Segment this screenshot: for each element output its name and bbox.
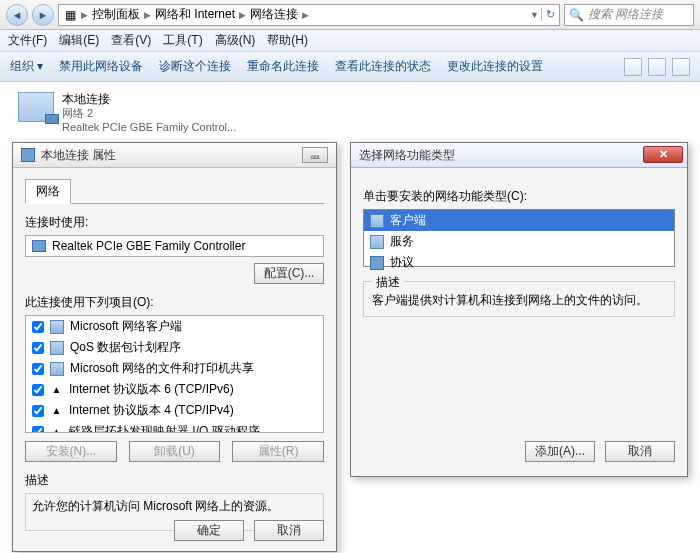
disable-device-button[interactable]: 禁用此网络设备 <box>59 58 143 75</box>
client-icon <box>370 214 384 228</box>
option-label: 服务 <box>390 233 414 250</box>
dialog-titlebar[interactable]: 本地连接 属性 ⅏ <box>13 143 336 168</box>
cancel-button[interactable]: 取消 <box>254 520 324 541</box>
connection-item[interactable]: 本地连接 网络 2 Realtek PCIe GBE Family Contro… <box>18 92 288 134</box>
item-checkbox[interactable] <box>32 384 44 396</box>
forward-button[interactable]: ► <box>32 4 54 26</box>
item-checkbox[interactable] <box>32 363 44 375</box>
select-type-label: 单击要安装的网络功能类型(C): <box>363 188 675 205</box>
protocol-icon: ▲ <box>50 425 63 433</box>
type-list[interactable]: 客户端 服务 协议 <box>363 209 675 267</box>
item-label: Microsoft 网络客户端 <box>70 318 182 335</box>
configure-button[interactable]: 配置(C)... <box>254 263 324 284</box>
menu-help[interactable]: 帮助(H) <box>267 32 308 49</box>
option-label: 协议 <box>390 254 414 271</box>
item-checkbox[interactable] <box>32 342 44 354</box>
network-icon <box>21 148 35 162</box>
client-icon <box>50 320 64 334</box>
service-icon <box>370 235 384 249</box>
menu-bar: 文件(F) 编辑(E) 查看(V) 工具(T) 高级(N) 帮助(H) <box>0 30 700 52</box>
item-checkbox[interactable] <box>32 426 44 434</box>
menu-advanced[interactable]: 高级(N) <box>215 32 256 49</box>
rename-button[interactable]: 重命名此连接 <box>247 58 319 75</box>
list-item: ▲Internet 协议版本 6 (TCP/IPv6) <box>26 379 323 400</box>
item-label: 链路层拓扑发现映射器 I/O 驱动程序 <box>69 423 260 433</box>
item-label: Microsoft 网络的文件和打印机共享 <box>70 360 254 377</box>
menu-edit[interactable]: 编辑(E) <box>59 32 99 49</box>
crumb-network-internet[interactable]: 网络和 Internet <box>155 6 235 23</box>
dialog-title: 本地连接 属性 <box>41 147 116 164</box>
item-properties-button[interactable]: 属性(R) <box>232 441 324 462</box>
dialog-title: 选择网络功能类型 <box>359 147 455 164</box>
tab-network[interactable]: 网络 <box>25 179 71 204</box>
network-items-list[interactable]: Microsoft 网络客户端 QoS 数据包计划程序 Microsoft 网络… <box>25 315 324 433</box>
select-type-dialog: 选择网络功能类型 ✕ 单击要安装的网络功能类型(C): 客户端 服务 协议 描述… <box>350 142 688 477</box>
connection-network: 网络 2 <box>62 106 236 120</box>
item-label: Internet 协议版本 6 (TCP/IPv6) <box>69 381 234 398</box>
protocol-icon <box>370 256 384 270</box>
item-label: Internet 协议版本 4 (TCP/IPv4) <box>69 402 234 419</box>
view-status-button[interactable]: 查看此连接的状态 <box>335 58 431 75</box>
connection-name: 本地连接 <box>62 92 236 106</box>
install-button[interactable]: 安装(N)... <box>25 441 117 462</box>
menu-tools[interactable]: 工具(T) <box>163 32 202 49</box>
chevron-right-icon: ▶ <box>81 10 88 20</box>
type-option-service[interactable]: 服务 <box>364 231 674 252</box>
connection-adapter: Realtek PCIe GBE Family Control... <box>62 120 236 134</box>
uninstall-button[interactable]: 卸载(U) <box>129 441 221 462</box>
chevron-right-icon: ▶ <box>239 10 246 20</box>
list-item: ▲Internet 协议版本 4 (TCP/IPv4) <box>26 400 323 421</box>
crumb-network-connections[interactable]: 网络连接 <box>250 6 298 23</box>
dialog-titlebar[interactable]: 选择网络功能类型 ✕ <box>351 143 687 168</box>
type-option-protocol[interactable]: 协议 <box>364 252 674 273</box>
list-item: ▲链路层拓扑发现映射器 I/O 驱动程序 <box>26 421 323 433</box>
menu-file[interactable]: 文件(F) <box>8 32 47 49</box>
diagnose-button[interactable]: 诊断这个连接 <box>159 58 231 75</box>
item-checkbox[interactable] <box>32 321 44 333</box>
nic-icon <box>32 240 46 252</box>
search-placeholder: 搜索 网络连接 <box>588 6 663 23</box>
toolbar: 组织 ▾ 禁用此网络设备 诊断这个连接 重命名此连接 查看此连接的状态 更改此连… <box>0 52 700 82</box>
help-icon[interactable] <box>672 58 690 76</box>
control-panel-icon: ▦ <box>63 8 77 22</box>
back-button[interactable]: ◄ <box>6 4 28 26</box>
refresh-icon[interactable]: ↻ <box>541 8 555 21</box>
list-item: QoS 数据包计划程序 <box>26 337 323 358</box>
search-icon: 🔍 <box>569 8 584 22</box>
description-label: 描述 <box>372 274 404 291</box>
service-icon <box>50 362 64 376</box>
connect-using-label: 连接时使用: <box>25 214 324 231</box>
dropdown-icon[interactable]: ▼ <box>530 10 539 20</box>
ok-button[interactable]: 确定 <box>174 520 244 541</box>
menu-view[interactable]: 查看(V) <box>111 32 151 49</box>
close-button[interactable]: ✕ <box>643 146 683 163</box>
cancel-button[interactable]: 取消 <box>605 441 675 462</box>
description-label: 描述 <box>25 472 324 489</box>
view-icon[interactable] <box>624 58 642 76</box>
protocol-icon: ▲ <box>50 383 63 396</box>
address-bar: ◄ ► ▦ ▶ 控制面板 ▶ 网络和 Internet ▶ 网络连接 ▶ ▼ ↻… <box>0 0 700 30</box>
type-option-client[interactable]: 客户端 <box>364 210 674 231</box>
protocol-icon: ▲ <box>50 404 63 417</box>
breadcrumb[interactable]: ▦ ▶ 控制面板 ▶ 网络和 Internet ▶ 网络连接 ▶ ▼ ↻ <box>58 4 560 26</box>
adapter-name: Realtek PCIe GBE Family Controller <box>52 239 245 253</box>
list-item: Microsoft 网络的文件和打印机共享 <box>26 358 323 379</box>
help-button[interactable]: ⅏ <box>302 147 328 163</box>
search-input[interactable]: 🔍 搜索 网络连接 <box>564 4 694 26</box>
chevron-right-icon: ▶ <box>144 10 151 20</box>
adapter-field: Realtek PCIe GBE Family Controller <box>25 235 324 257</box>
network-adapter-icon <box>18 92 54 122</box>
list-item: Microsoft 网络客户端 <box>26 316 323 337</box>
chevron-right-icon: ▶ <box>302 10 309 20</box>
change-settings-button[interactable]: 更改此连接的设置 <box>447 58 543 75</box>
organize-button[interactable]: 组织 ▾ <box>10 58 43 75</box>
option-label: 客户端 <box>390 212 426 229</box>
item-label: QoS 数据包计划程序 <box>70 339 181 356</box>
description-text: 客户端提供对计算机和连接到网络上的文件的访问。 <box>372 292 666 308</box>
item-checkbox[interactable] <box>32 405 44 417</box>
properties-dialog: 本地连接 属性 ⅏ 网络 连接时使用: Realtek PCIe GBE Fam… <box>12 142 337 552</box>
crumb-control-panel[interactable]: 控制面板 <box>92 6 140 23</box>
items-label: 此连接使用下列项目(O): <box>25 294 324 311</box>
add-button[interactable]: 添加(A)... <box>525 441 595 462</box>
preview-pane-icon[interactable] <box>648 58 666 76</box>
